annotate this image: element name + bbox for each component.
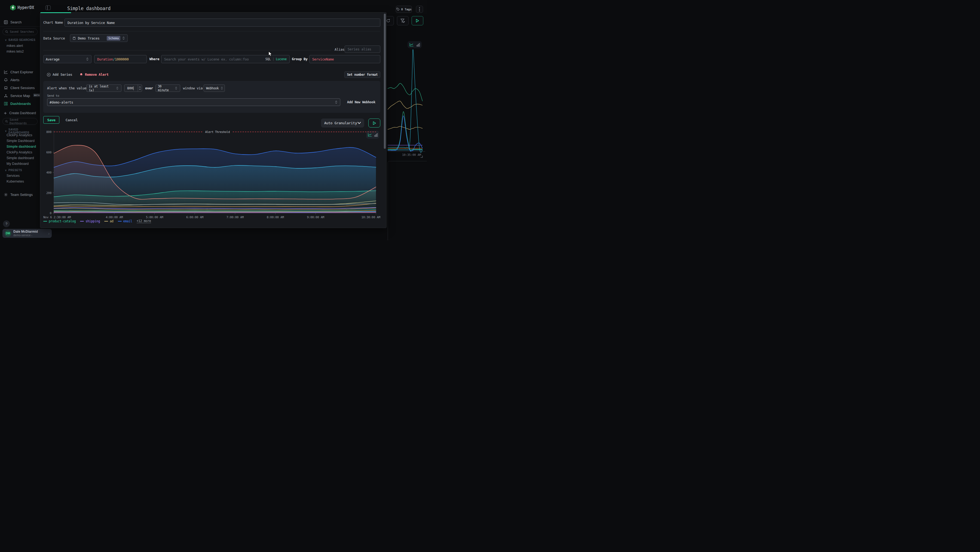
where-search-input[interactable]: Search your events w/ Lucene ex. column:…: [161, 55, 290, 63]
list-item[interactable]: Services: [6, 174, 39, 178]
list-item[interactable]: Kubernetes: [6, 180, 39, 183]
create-dashboard-button[interactable]: Create Dashboard: [0, 110, 40, 116]
chart-name-input[interactable]: Duration by Service Name: [65, 19, 380, 27]
legend-item[interactable]: product-catalog: [43, 219, 76, 223]
sidebar-item-service-map[interactable]: Service Map BETA: [0, 92, 40, 99]
legend-swatch: [43, 221, 47, 222]
alert-threshold-input[interactable]: 800: [124, 85, 142, 92]
remove-alert-label: Remove Alert: [85, 72, 109, 77]
user-card[interactable]: DM Dale McDiarmid demo-service - ›: [2, 229, 52, 238]
saved-searches-section-header[interactable]: ∨ SAVED SEARCHES: [5, 38, 35, 41]
sidebar-item-search[interactable]: Search: [0, 19, 40, 26]
sidebar-toggle-icon[interactable]: [45, 5, 51, 10]
stepper-up-icon[interactable]: [139, 86, 141, 88]
list-item[interactable]: Simple dashboard: [6, 145, 39, 148]
saved-searches-heading: SAVED SEARCHES: [8, 38, 35, 41]
run-chart-button[interactable]: [368, 118, 380, 128]
alert-condition-select[interactable]: is at least (≥): [86, 85, 121, 92]
number-stepper[interactable]: [138, 85, 142, 91]
chevron-right-icon: ›: [48, 231, 49, 236]
legend-swatch: [104, 221, 108, 222]
chevron-down-icon: ∨: [5, 39, 7, 41]
list-item[interactable]: ClickPy Analytics: [6, 150, 39, 154]
legend-item[interactable]: ad: [104, 219, 113, 223]
sidebar-item-dashboards[interactable]: Dashboards: [0, 100, 40, 107]
run-query-button[interactable]: [412, 16, 423, 26]
field-expression-input[interactable]: Duration/1000000: [94, 55, 147, 63]
active-tab-indicator: [40, 12, 71, 13]
kebab-icon: [419, 7, 420, 11]
legend-item[interactable]: shipping: [80, 219, 100, 223]
alert-channel-value: Webhook: [206, 86, 219, 90]
sidebar-item-label: Team Settings: [10, 193, 33, 197]
alias-input[interactable]: Series alias: [345, 46, 380, 53]
alert-window-select[interactable]: 30 minute: [156, 85, 180, 92]
panel-resize-handle[interactable]: [421, 156, 423, 158]
filter-button[interactable]: [397, 16, 409, 26]
sidebar-item-client-sessions[interactable]: Client Sessions: [0, 84, 40, 91]
svg-text:Alert Threshold: Alert Threshold: [205, 130, 230, 134]
list-item[interactable]: mikes alert: [6, 44, 39, 48]
add-series-button[interactable]: Add Series: [47, 72, 72, 77]
lucene-option[interactable]: Lucene: [276, 57, 286, 61]
svg-text:200: 200: [46, 191, 51, 195]
beta-badge: BETA: [33, 93, 41, 97]
legend-item[interactable]: email: [118, 219, 132, 223]
chart-name-label: Chart Name: [43, 21, 63, 24]
scrollbar-thumb[interactable]: [384, 14, 386, 149]
legend-more-button[interactable]: +12 more: [137, 219, 151, 223]
group-by-label: Group By: [292, 57, 308, 61]
granularity-select[interactable]: Auto Granularity: [321, 118, 364, 128]
user-subtitle: demo-service -: [13, 233, 38, 237]
list-item[interactable]: My Dashboard: [6, 162, 39, 166]
remove-alert-button[interactable]: Remove Alert: [80, 72, 109, 77]
list-item[interactable]: Simple Dashboard: [6, 139, 39, 143]
sidebar-item-alerts[interactable]: Alerts: [0, 76, 40, 83]
list-item[interactable]: Simple dashboard: [6, 156, 39, 160]
field-token: Duration: [97, 57, 113, 61]
svg-text:9:00:00 AM: 9:00:00 AM: [307, 215, 325, 218]
cancel-button[interactable]: Cancel: [64, 116, 80, 124]
gear-icon: [3, 192, 8, 197]
presets-section-header[interactable]: ∨ PRESETS: [5, 169, 22, 172]
legend-label: product-catalog: [49, 219, 76, 223]
data-source-select[interactable]: Demo Traces Schema: [70, 34, 128, 42]
send-to-value: #demo-alerts: [49, 100, 333, 104]
add-new-webhook-button[interactable]: Add New Webhook: [347, 100, 375, 104]
sidebar-item-team-settings[interactable]: Team Settings: [0, 191, 40, 198]
save-button[interactable]: Save: [43, 116, 59, 124]
filter-icon: [401, 19, 405, 23]
sql-option[interactable]: SQL: [266, 57, 271, 61]
sidebar-item-text: Service Map: [10, 94, 30, 98]
saved-searches-search-input[interactable]: Saved Searches: [2, 28, 38, 35]
chart-plot-area[interactable]: 0200400600800Nov 6 2:30:00 AM4:00:00 AM5…: [43, 128, 380, 218]
send-to-select[interactable]: #demo-alerts: [47, 98, 340, 106]
select-chevrons-icon: [334, 100, 338, 104]
help-label: ?: [5, 222, 7, 226]
set-number-format-button[interactable]: Set number format: [344, 72, 380, 78]
saved-dashboards-search-input[interactable]: Saved Dashboards: [2, 118, 38, 125]
alert-channel-select[interactable]: Webhook: [204, 85, 225, 92]
tags-button[interactable]: 0 Tags: [396, 6, 412, 13]
chart-legend: product-catalogshippingademail+12 more: [43, 219, 151, 223]
sidebar-item-chart-explorer[interactable]: Chart Explorer: [0, 69, 40, 75]
database-icon: [72, 37, 76, 40]
edit-chart-modal: Chart Name Duration by Service Name Data…: [40, 12, 387, 228]
stepper-down-icon[interactable]: [139, 89, 141, 90]
query-language-switch[interactable]: SQL | Lucene: [266, 57, 286, 61]
list-item[interactable]: ClickPy Analytics: [6, 133, 39, 137]
search-icon: [5, 30, 8, 33]
plus-icon: [3, 111, 7, 115]
help-button[interactable]: ?: [3, 220, 10, 227]
chart-explorer-icon: [3, 70, 8, 74]
aggregation-select[interactable]: Average: [43, 55, 91, 63]
more-menu-button[interactable]: [416, 6, 423, 13]
list-item[interactable]: mikes tets2: [6, 49, 39, 53]
search-icon: [5, 120, 8, 123]
group-by-input[interactable]: ServiceName: [309, 55, 380, 63]
user-info: Dale McDiarmid demo-service -: [13, 230, 38, 237]
avatar: DM: [5, 230, 11, 237]
sidebar: Search Saved Searches ∨ SAVED SEARCHES C…: [0, 14, 40, 240]
alert-config-panel: Alert when the value is at least (≥) 800…: [43, 81, 380, 113]
sidebar-item-label: Client Sessions: [10, 86, 35, 90]
